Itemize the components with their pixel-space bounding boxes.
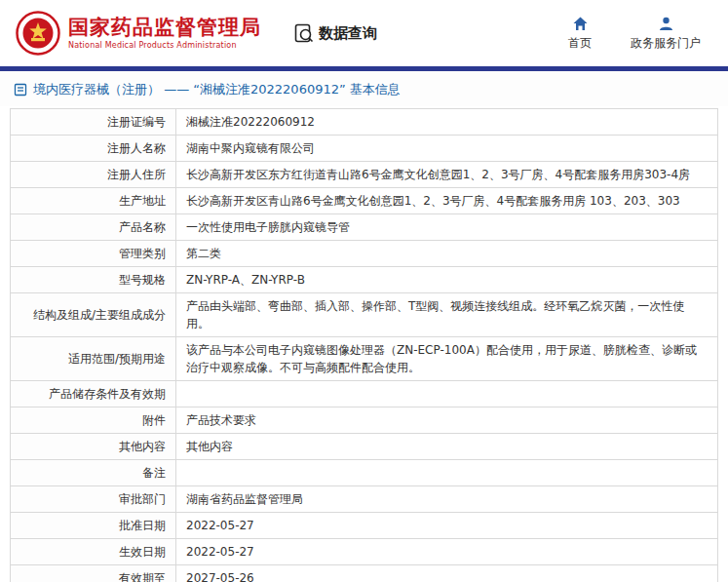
top-nav: 首页 政务服务门户 — [558, 16, 712, 52]
breadcrumb-text: 境内医疗器械（注册） —— “湘械注准20222060912” 基本信息 — [33, 81, 401, 98]
table-row: 管理类别第二类 — [11, 241, 718, 267]
row-label: 产品名称 — [11, 214, 176, 241]
nav-label-portal: 政务服务门户 — [631, 35, 701, 52]
table-row: 产品名称一次性使用电子膀胱内窥镜导管 — [11, 214, 718, 241]
agency-title-en: National Medical Products Administration — [68, 41, 261, 50]
row-label: 其他内容 — [11, 434, 176, 460]
table-row: 其他内容其他内容 — [11, 434, 718, 460]
row-value: ZN-YRP-A、ZN-YRP-B — [176, 267, 718, 293]
table-row: 注册证编号湘械注准20222060912 — [11, 109, 718, 136]
document-icon — [14, 83, 27, 97]
nav-label-home: 首页 — [568, 35, 592, 52]
row-label: 型号规格 — [11, 267, 176, 293]
table-row: 批准日期2022-05-27 — [11, 513, 718, 539]
agency-titles: 国家药品监督管理局 National Medical Products Admi… — [68, 17, 261, 50]
row-value: 湘械注准20222060912 — [176, 109, 718, 136]
row-value: 2027-05-26 — [176, 565, 718, 582]
row-label: 注册人名称 — [11, 136, 176, 162]
row-label: 备注 — [11, 460, 176, 486]
row-value: 湖南省药品监督管理局 — [176, 486, 718, 513]
row-value: 产品由头端部、弯曲部、插入部、操作部、T型阀、视频连接线组成。经环氧乙烷灭菌，一… — [176, 293, 718, 337]
breadcrumb: 境内医疗器械（注册） —— “湘械注准20222060912” 基本信息 — [0, 71, 728, 106]
table-row: 适用范围/预期用途该产品与本公司电子内窥镜图像处理器（ZN-ECP-100A）配… — [11, 337, 718, 381]
nav-item-home[interactable]: 首页 — [558, 16, 601, 52]
table-row: 注册人住所长沙高新开发区东方红街道青山路6号金鹰文化创意园1、2、3号厂房、4号… — [11, 162, 718, 188]
table-row: 型号规格ZN-YRP-A、ZN-YRP-B — [11, 267, 718, 293]
row-label: 生效日期 — [11, 539, 176, 565]
site-header: 国家药品监督管理局 National Medical Products Admi… — [0, 0, 728, 66]
row-label: 注册人住所 — [11, 162, 176, 188]
row-label: 有效期至 — [11, 565, 176, 582]
table-row: 附件产品技术要求 — [11, 407, 718, 434]
agency-title-cn: 国家药品监督管理局 — [68, 17, 261, 39]
table-row: 注册人名称湖南中聚内窥镜有限公司 — [11, 136, 718, 162]
row-label: 结构及组成/主要组成成分 — [11, 293, 176, 337]
row-label: 审批部门 — [11, 486, 176, 513]
table-row: 备注 — [11, 460, 718, 486]
row-value: 2022-05-27 — [176, 513, 718, 539]
row-label: 产品储存条件及有效期 — [11, 381, 176, 407]
table-row: 生效日期2022-05-27 — [11, 539, 718, 565]
nav-item-portal[interactable]: 政务服务门户 — [631, 16, 701, 52]
row-label: 管理类别 — [11, 241, 176, 267]
agency-logo: 国家药品监督管理局 National Medical Products Admi… — [16, 11, 261, 56]
info-table-wrap: 注册证编号湘械注准20222060912注册人名称湖南中聚内窥镜有限公司注册人住… — [0, 106, 728, 582]
data-query-label: 数据查询 — [319, 24, 377, 43]
row-label: 生产地址 — [11, 188, 176, 214]
row-value: 长沙高新开发区青山路6号金鹰文化创意园1、2、3号厂房、4号配套服务用房 103… — [176, 188, 718, 214]
row-value — [176, 381, 718, 407]
row-value: 湖南中聚内窥镜有限公司 — [176, 136, 718, 162]
row-value: 一次性使用电子膀胱内窥镜导管 — [176, 214, 718, 241]
row-value: 该产品与本公司电子内窥镜图像处理器（ZN-ECP-100A）配合使用，用于尿道、… — [176, 337, 718, 381]
table-row: 产品储存条件及有效期 — [11, 381, 718, 407]
row-value: 产品技术要求 — [176, 407, 718, 434]
row-label: 附件 — [11, 407, 176, 434]
row-value: 其他内容 — [176, 434, 718, 460]
home-icon — [572, 16, 589, 32]
row-value: 2022-05-27 — [176, 539, 718, 565]
row-label: 注册证编号 — [11, 109, 176, 136]
info-table-body: 注册证编号湘械注准20222060912注册人名称湖南中聚内窥镜有限公司注册人住… — [11, 109, 718, 582]
table-row: 结构及组成/主要组成成分产品由头端部、弯曲部、插入部、操作部、T型阀、视频连接线… — [11, 293, 718, 337]
table-row: 有效期至2027-05-26 — [11, 565, 718, 582]
magnifier-doc-icon — [294, 23, 314, 43]
row-label: 适用范围/预期用途 — [11, 337, 176, 381]
national-emblem-icon — [16, 11, 60, 56]
data-query-nav[interactable]: 数据查询 — [294, 23, 377, 43]
table-row: 生产地址长沙高新开发区青山路6号金鹰文化创意园1、2、3号厂房、4号配套服务用房… — [11, 188, 718, 214]
row-label: 批准日期 — [11, 513, 176, 539]
row-value: 第二类 — [176, 241, 718, 267]
person-icon — [658, 16, 674, 32]
row-value: 长沙高新开发区东方红街道青山路6号金鹰文化创意园1、2、3号厂房、4号配套服务用… — [176, 162, 718, 188]
table-row: 审批部门湖南省药品监督管理局 — [11, 486, 718, 513]
info-table: 注册证编号湘械注准20222060912注册人名称湖南中聚内窥镜有限公司注册人住… — [10, 108, 718, 582]
row-value — [176, 460, 718, 486]
